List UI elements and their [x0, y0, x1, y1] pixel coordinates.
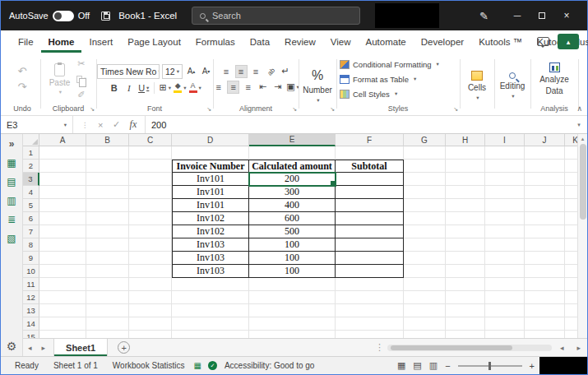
cell-E13[interactable]: [249, 304, 336, 317]
cell-H3[interactable]: [446, 173, 485, 186]
cell-F7[interactable]: [336, 225, 404, 238]
cell-I8[interactable]: [485, 238, 525, 252]
scroll-right-icon[interactable]: ▸: [572, 344, 586, 352]
cell-F10[interactable]: [336, 265, 404, 278]
cell-F11[interactable]: [336, 278, 404, 291]
underline-button[interactable]: U▾: [137, 81, 150, 95]
cell-C7[interactable]: [129, 225, 172, 238]
cell-F14[interactable]: [336, 317, 404, 331]
row-header-2[interactable]: 2: [23, 160, 39, 173]
cell-C9[interactable]: [129, 252, 172, 265]
cell-H10[interactable]: [446, 265, 485, 278]
row-header-5[interactable]: 5: [23, 199, 39, 212]
cell-B13[interactable]: [86, 304, 129, 317]
cell-A10[interactable]: [39, 265, 86, 278]
cell-F6[interactable]: [336, 212, 404, 225]
cell-G14[interactable]: [404, 317, 446, 331]
zoom-in-button[interactable]: +: [530, 361, 535, 371]
cell-I14[interactable]: [485, 317, 525, 331]
cell-F13[interactable]: [336, 304, 404, 317]
cell-B1[interactable]: [86, 146, 129, 160]
cell-D5[interactable]: Inv101: [172, 199, 249, 212]
cell-G3[interactable]: [404, 173, 446, 186]
cell-I7[interactable]: [485, 225, 525, 238]
ribbon-tab-view[interactable]: View: [323, 30, 359, 53]
cell-C3[interactable]: [129, 173, 172, 186]
cell-I5[interactable]: [485, 199, 525, 212]
cell-A11[interactable]: [39, 278, 86, 291]
ribbon-tab-formulas[interactable]: Formulas: [188, 30, 243, 53]
cell-C4[interactable]: [129, 186, 172, 199]
scroll-up-icon[interactable]: ▴: [581, 136, 585, 141]
cell-J6[interactable]: [525, 212, 565, 225]
expand-formula-bar-icon[interactable]: ▾: [571, 116, 587, 133]
cell-B12[interactable]: [86, 291, 129, 304]
chart-pane-icon[interactable]: ▧: [7, 234, 16, 243]
cell-F2[interactable]: Subtotal: [336, 160, 404, 173]
cell-I11[interactable]: [485, 278, 525, 291]
cell-H12[interactable]: [446, 291, 485, 304]
restore-button[interactable]: [530, 1, 554, 30]
normal-view-icon[interactable]: ▦: [397, 360, 405, 371]
cell-B4[interactable]: [86, 186, 129, 199]
cell-D8[interactable]: Inv103: [172, 238, 249, 252]
cell-J13[interactable]: [525, 304, 565, 317]
cell-H6[interactable]: [446, 212, 485, 225]
cell-J10[interactable]: [525, 265, 565, 278]
horizontal-scrollbar[interactable]: [387, 345, 552, 351]
font-dialog-launcher[interactable]: ↘: [206, 106, 211, 112]
cell-D14[interactable]: [172, 317, 249, 331]
cell-I13[interactable]: [485, 304, 525, 317]
cell-D9[interactable]: Inv103: [172, 252, 249, 265]
row-header-12[interactable]: 12: [23, 291, 39, 304]
cell-B5[interactable]: [86, 199, 129, 212]
cell-B7[interactable]: [86, 225, 129, 238]
ribbon-tab-review[interactable]: Review: [277, 30, 323, 53]
cell-E14[interactable]: [249, 317, 336, 331]
cell-G15[interactable]: [404, 331, 446, 338]
navigation-pane-icon[interactable]: ▦: [7, 158, 16, 168]
editing-button[interactable]: Editing ▾: [498, 56, 527, 115]
alignment-dialog-launcher[interactable]: ↘: [292, 106, 297, 112]
sheet-tab-sheet1[interactable]: Sheet1: [53, 339, 108, 356]
cell-A6[interactable]: [39, 212, 86, 225]
cell-A7[interactable]: [39, 225, 86, 238]
cell-G2[interactable]: [404, 160, 446, 173]
row-header-8[interactable]: 8: [23, 238, 39, 252]
clipboard-dialog-launcher[interactable]: ↘: [90, 106, 95, 112]
cell-A9[interactable]: [39, 252, 86, 265]
format-as-table-button[interactable]: Format as Table▾: [340, 72, 416, 86]
workbook-statistics[interactable]: Workbook Statistics: [105, 361, 192, 370]
formula-input[interactable]: 200: [146, 116, 571, 133]
row-header-14[interactable]: 14: [23, 317, 39, 331]
cell-D7[interactable]: Inv102: [172, 225, 249, 238]
middle-align-icon[interactable]: ≡: [235, 65, 248, 78]
tab-splitter-handle[interactable]: ⋮: [375, 342, 384, 353]
cell-E15[interactable]: [249, 331, 336, 338]
vertical-scroll-thumb[interactable]: [580, 144, 586, 220]
cell-D13[interactable]: [172, 304, 249, 317]
cell-H7[interactable]: [446, 225, 485, 238]
cell-E2[interactable]: Calculated amount: [249, 160, 336, 173]
cell-G13[interactable]: [404, 304, 446, 317]
cell-B2[interactable]: [86, 160, 129, 173]
cell-D3[interactable]: Inv101: [172, 173, 249, 186]
cell-I9[interactable]: [485, 252, 525, 265]
share-button[interactable]: ▴: [558, 34, 579, 49]
cell-D4[interactable]: Inv101: [172, 186, 249, 199]
cell-A3[interactable]: [39, 173, 86, 186]
collapse-ribbon-button[interactable]: ∧: [576, 104, 582, 113]
cell-H2[interactable]: [446, 160, 485, 173]
analyze-data-button[interactable]: Analyze Data: [534, 56, 575, 102]
cells-button[interactable]: Cells ▾: [463, 56, 491, 115]
cell-B10[interactable]: [86, 265, 129, 278]
ribbon-tab-developer[interactable]: Developer: [414, 30, 471, 53]
cell-H1[interactable]: [446, 146, 485, 160]
align-right-icon[interactable]: ≡: [242, 81, 254, 94]
cell-F1[interactable]: [336, 146, 404, 160]
cell-B8[interactable]: [86, 238, 129, 252]
cell-J4[interactable]: [525, 186, 565, 199]
confirm-entry-icon[interactable]: ✓: [113, 119, 120, 130]
autosave-switch[interactable]: [53, 11, 74, 21]
cell-I10[interactable]: [485, 265, 525, 278]
